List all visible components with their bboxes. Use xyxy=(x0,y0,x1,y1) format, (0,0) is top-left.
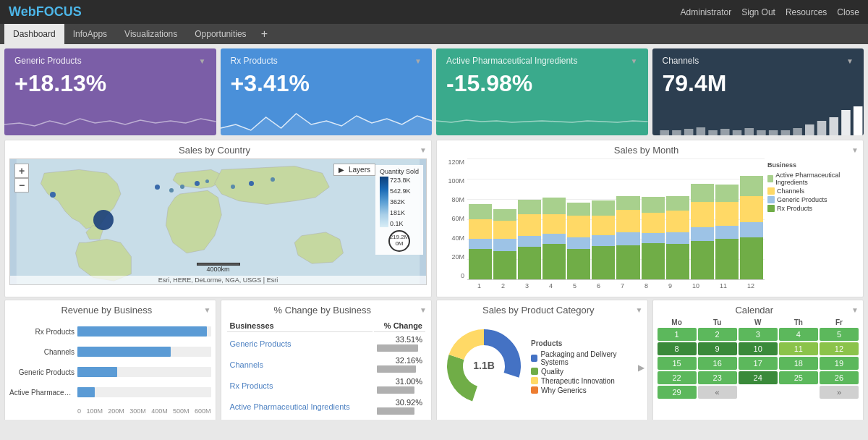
cal-cell-0-1[interactable]: 2 xyxy=(698,328,737,341)
admin-link[interactable]: Administrator xyxy=(681,7,732,17)
x-label-10: 10 xyxy=(692,282,699,289)
bar-9-channels xyxy=(666,211,689,232)
cal-cell-3-3[interactable]: 25 xyxy=(779,371,818,384)
horiz-bar-chart: Rx Products Channels Generic Products xyxy=(9,318,211,420)
bar-6 xyxy=(592,200,615,279)
cal-cell-1-4[interactable]: 12 xyxy=(820,342,859,355)
pct-dropdown[interactable]: ▼ xyxy=(420,306,427,314)
bar-8-generic xyxy=(642,233,665,243)
cal-cell-2-1[interactable]: 16 xyxy=(698,357,737,370)
kpi-generic-dropdown[interactable]: ▼ xyxy=(199,57,206,65)
sales-month-dropdown[interactable]: ▼ xyxy=(851,146,859,154)
hbar-channels-fill xyxy=(77,347,171,357)
cal-cell-1-2[interactable]: 10 xyxy=(739,342,778,355)
cal-cell-2-4[interactable]: 19 xyxy=(820,357,859,370)
y-label-120: 120M xyxy=(441,158,464,166)
donut-label-packaging: Packaging and Delivery Systems xyxy=(540,350,639,366)
cal-cell-0-3[interactable]: 4 xyxy=(779,328,818,341)
kpi-channels-chart xyxy=(652,103,864,135)
x-label-4: 4 xyxy=(549,282,553,289)
cal-cell-1-0[interactable]: 8 xyxy=(658,342,697,355)
cal-header-fr: Fr xyxy=(820,318,859,326)
hbar-api-fill xyxy=(77,387,95,397)
map-dot-large xyxy=(93,210,114,230)
kpi-channels-dropdown[interactable]: ▼ xyxy=(846,57,854,65)
bar-9-generic xyxy=(666,232,689,245)
pct-link-channels[interactable]: Channels xyxy=(230,360,263,369)
calendar: Mo Tu W Th Fr 12345891011121516171819222… xyxy=(658,318,859,420)
cal-cell-0-2[interactable]: 3 xyxy=(739,328,778,341)
cal-cell-0-4[interactable]: 5 xyxy=(820,328,859,341)
bar-9-rx xyxy=(666,244,689,279)
add-tab-button[interactable]: + xyxy=(255,25,273,43)
pct-link-generic[interactable]: Generic Products xyxy=(230,339,292,348)
donut-chart: 1.1B xyxy=(444,326,524,408)
bar-5-api xyxy=(567,203,590,216)
cal-cell-1-1[interactable]: 9 xyxy=(698,342,737,355)
x-labels: 123456789101112 xyxy=(467,279,765,292)
logo-focus: FOCUS xyxy=(36,4,82,19)
layers-button[interactable]: ▶ Layers xyxy=(333,164,375,176)
map-dot-small-2 xyxy=(155,185,160,190)
kpi-rx-value: +3.41% xyxy=(231,70,422,97)
pct-link-api[interactable]: Active Pharmaceutical Ingredients xyxy=(230,402,350,411)
bar-12-api xyxy=(740,176,763,196)
hbar-generic: Generic Products xyxy=(9,367,211,377)
legend-title: Business xyxy=(767,161,856,169)
cal-cell-3-1[interactable]: 23 xyxy=(698,371,737,384)
legend-rx-label: Rx Products xyxy=(777,205,812,212)
revenue-dropdown[interactable]: ▼ xyxy=(204,306,211,314)
legend-channels-label: Channels xyxy=(777,187,804,195)
close-link[interactable]: Close xyxy=(837,7,859,17)
cal-cell-0-0[interactable]: 1 xyxy=(658,328,697,341)
bar-1-api xyxy=(469,204,492,219)
map-container[interactable]: + − ▶ Layers Quantity Sold 723.8 xyxy=(9,158,427,285)
tab-infoapps[interactable]: InfoApps xyxy=(64,24,116,44)
legend-center2: 0M xyxy=(395,241,403,248)
bar-8-channels xyxy=(642,213,665,233)
map-zoom-controls: + − xyxy=(14,164,29,192)
cal-cell-3-0[interactable]: 22 xyxy=(658,371,697,384)
bar-6-channels xyxy=(592,216,615,234)
calendar-dropdown[interactable]: ▼ xyxy=(851,306,859,314)
cal-cell-3-4[interactable]: 26 xyxy=(820,371,859,384)
tab-visualizations[interactable]: Visualizations xyxy=(116,24,186,44)
signout-link[interactable]: Sign Out xyxy=(741,7,775,17)
legend-api-label: Active Pharmaceutical Ingredients xyxy=(775,172,856,186)
cal-cell-4-1[interactable]: « xyxy=(698,386,737,399)
svg-rect-9 xyxy=(768,130,778,135)
pct-link-rx[interactable]: Rx Products xyxy=(230,381,273,390)
bar-2-channels xyxy=(493,221,516,239)
layers-label: Layers xyxy=(349,166,370,174)
bar-2-rx xyxy=(493,251,516,279)
hbar-channels-label: Channels xyxy=(9,348,75,356)
bar-2-generic xyxy=(493,239,516,251)
bar-2-api xyxy=(493,209,516,221)
donut-right-arrow[interactable]: ▶ xyxy=(638,363,644,373)
kpi-api-dropdown[interactable]: ▼ xyxy=(631,57,638,65)
hbar-axis-0: 0 xyxy=(77,407,81,415)
resources-link[interactable]: Resources xyxy=(786,7,827,17)
cal-cell-1-3[interactable]: 11 xyxy=(779,342,818,355)
cal-cell-3-2[interactable]: 24 xyxy=(739,371,778,384)
map-zoom-in[interactable]: + xyxy=(14,164,29,178)
tab-opportunities[interactable]: Opportunities xyxy=(186,24,255,44)
cal-cell-2-0[interactable]: 15 xyxy=(658,357,697,370)
cal-cell-4-4[interactable]: » xyxy=(820,386,859,399)
kpi-rx-dropdown[interactable]: ▼ xyxy=(414,57,422,65)
hbar-axis-100: 100M xyxy=(86,407,103,415)
cal-cell-4-0[interactable]: 29 xyxy=(658,386,697,399)
hbar-rx-track xyxy=(77,326,211,337)
kpi-rx-header: Rx Products ▼ xyxy=(231,56,422,66)
cal-cell-2-2[interactable]: 17 xyxy=(739,357,778,370)
tab-dashboard[interactable]: Dashboard xyxy=(4,24,64,44)
sales-country-dropdown[interactable]: ▼ xyxy=(420,146,427,154)
sales-product-dropdown[interactable]: ▼ xyxy=(636,306,643,314)
map-zoom-out[interactable]: − xyxy=(14,178,29,192)
donut-svg: 1.1B xyxy=(444,326,524,406)
donut-dot-packaging xyxy=(531,355,537,362)
hbar-rx-label: Rx Products xyxy=(9,328,75,336)
bar-7-generic xyxy=(616,232,639,245)
bar-5-rx xyxy=(567,249,590,279)
cal-cell-2-3[interactable]: 18 xyxy=(779,357,818,370)
